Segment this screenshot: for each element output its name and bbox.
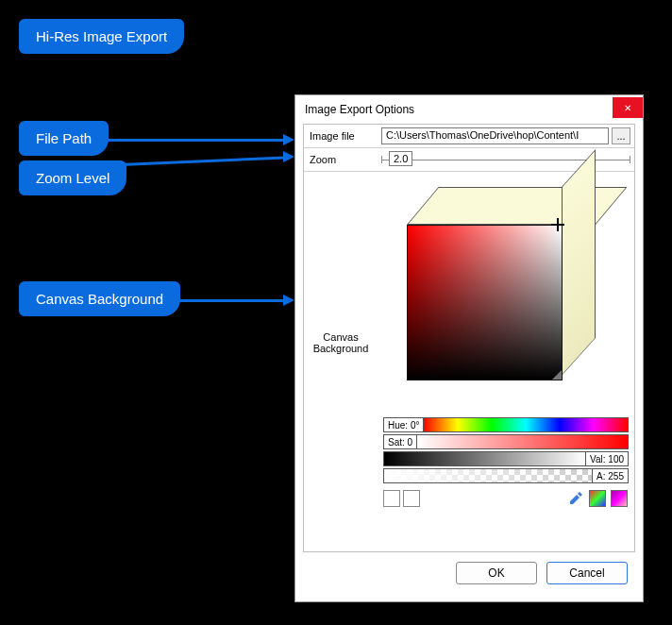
anno-arrow-zoom: [121, 156, 285, 166]
val-slider[interactable]: Val: 100: [383, 451, 629, 466]
label-zoom: Zoom: [304, 148, 378, 171]
anno-arrow-file: [104, 139, 285, 142]
palette-icon-alt: [611, 490, 628, 507]
browse-button[interactable]: ...: [612, 127, 630, 144]
content-area: Image file C:\Users\Thomas\OneDrive\hop\…: [303, 124, 635, 552]
zoom-value[interactable]: 2.0: [389, 151, 412, 166]
row-image-file: Image file C:\Users\Thomas\OneDrive\hop\…: [304, 125, 634, 148]
color-picker: Hue: 0° Sat: 0 Val: 100 A: 255: [378, 172, 634, 514]
anno-heading: Hi-Res Image Export: [19, 19, 184, 54]
ok-button[interactable]: OK: [456, 562, 537, 584]
eyedropper-button[interactable]: [566, 489, 585, 508]
hue-slider[interactable]: Hue: 0°: [383, 417, 629, 432]
label-canvas-bg-2: Background: [313, 343, 369, 354]
image-export-dialog: Image Export Options ✕ Image file C:\Use…: [294, 94, 644, 602]
dialog-titlebar: Image Export Options ✕: [295, 95, 643, 124]
hue-label: Hue: 0°: [384, 418, 424, 431]
sat-slider[interactable]: Sat: 0: [383, 434, 629, 449]
dialog-title: Image Export Options: [305, 103, 414, 116]
close-icon: ✕: [624, 103, 631, 113]
palette-button-2[interactable]: [610, 489, 629, 508]
swatch-previous[interactable]: [403, 490, 420, 507]
palette-icon: [589, 490, 606, 507]
dialog-footer: OK Cancel: [303, 552, 635, 594]
anno-arrow-canvas: [177, 299, 285, 302]
alpha-label: A: 255: [592, 469, 628, 482]
dialog-body: Image file C:\Users\Thomas\OneDrive\hop\…: [295, 124, 643, 601]
cancel-button[interactable]: Cancel: [546, 562, 628, 584]
alpha-slider[interactable]: A: 255: [383, 468, 629, 483]
palette-button-1[interactable]: [588, 489, 607, 508]
row-canvas-bg: Canvas Background Hue: 0°: [304, 172, 634, 514]
anno-zoom: Zoom Level: [19, 160, 126, 195]
anno-arrow-zoom-head: [283, 151, 294, 162]
anno-canvas-bg: Canvas Background: [19, 281, 180, 316]
image-file-input[interactable]: C:\Users\Thomas\OneDrive\hop\Content\I: [381, 127, 609, 144]
cube-right-face: [562, 149, 596, 376]
eyedropper-icon: [568, 491, 583, 506]
close-button[interactable]: ✕: [613, 97, 643, 118]
color-cube[interactable]: [388, 177, 624, 414]
resize-handle-icon[interactable]: [552, 370, 562, 380]
cube-front-face[interactable]: [407, 225, 563, 380]
label-image-file: Image file: [304, 125, 378, 147]
anno-arrow-file-head: [283, 134, 294, 145]
anno-file-path: File Path: [19, 121, 109, 156]
swatch-row: [383, 489, 629, 508]
label-canvas-bg-1: Canvas: [313, 331, 369, 343]
anno-arrow-canvas-head: [283, 295, 294, 306]
label-canvas-bg: Canvas Background: [304, 172, 378, 514]
val-label: Val: 100: [585, 452, 628, 465]
swatch-current[interactable]: [383, 490, 400, 507]
sat-label: Sat: 0: [384, 435, 417, 448]
